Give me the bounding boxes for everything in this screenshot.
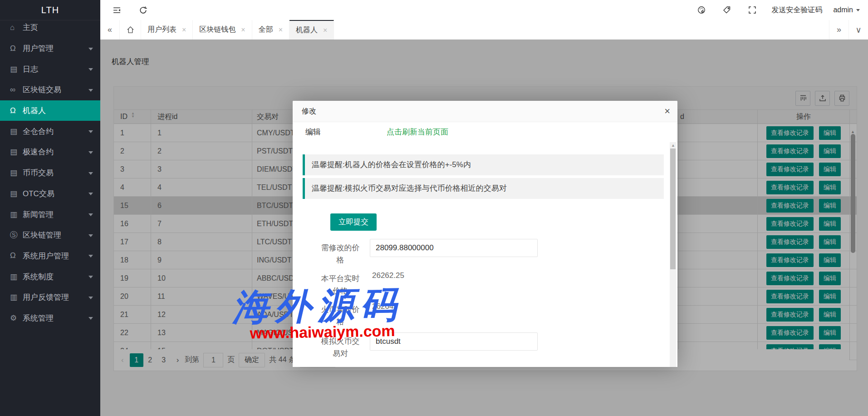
refresh-icon[interactable] bbox=[133, 0, 153, 20]
fullscreen-icon[interactable] bbox=[740, 0, 765, 20]
close-icon[interactable]: × bbox=[323, 26, 327, 35]
doc-icon: ▤ bbox=[10, 168, 23, 178]
chevron-down-icon bbox=[88, 276, 93, 278]
screen: LTH ⌂ 主页 Ω 用户管理 ▤ 日志 ∞ 区块链交易 bbox=[0, 0, 868, 416]
sidebar-item[interactable]: ⚙ 系统管理 bbox=[0, 308, 100, 329]
edit-modal: 修改 × 编辑 点击刷新当前页面 温馨提醒:机器人的价格会在设置价格的+-5%内… bbox=[293, 101, 677, 367]
sidebar-item[interactable]: ▥ 系统制度 bbox=[0, 266, 100, 287]
chevron-down-icon bbox=[88, 48, 93, 50]
user-icon: Ω bbox=[10, 106, 23, 115]
sidebar-item[interactable]: Ω 系统用户管理 bbox=[0, 246, 100, 267]
home-icon bbox=[127, 26, 134, 34]
close-icon[interactable]: × bbox=[182, 26, 186, 34]
link-icon: ∞ bbox=[10, 85, 23, 94]
sidebar-item-label: 系统用户管理 bbox=[23, 251, 69, 261]
user-icon: Ω bbox=[10, 251, 23, 260]
sidebar-item-label: 系统管理 bbox=[23, 313, 54, 323]
huobi-price-label: 火币实时价格 bbox=[318, 303, 363, 328]
sidebar-item-label: 主页 bbox=[23, 22, 38, 33]
tab[interactable]: 机器人 × bbox=[289, 20, 334, 40]
tab-home[interactable] bbox=[119, 20, 141, 40]
tab-label: 区块链钱包 bbox=[199, 25, 235, 35]
sidebar-item-label: 机器人 bbox=[23, 105, 46, 116]
sidebar-item-label: 日志 bbox=[23, 64, 38, 74]
doc-icon: ▤ bbox=[10, 189, 23, 198]
topbar-right: 发送安全验证码 admin bbox=[689, 0, 868, 20]
gear-icon: ⚙ bbox=[10, 313, 23, 323]
modal-scrollbar-thumb[interactable] bbox=[670, 149, 676, 269]
sidebar-item[interactable]: ▤ 币币交易 bbox=[0, 163, 100, 183]
platform-price-label: 本平台实时价格 bbox=[318, 272, 363, 297]
price-input[interactable] bbox=[370, 239, 538, 257]
theme-palette-icon[interactable] bbox=[689, 0, 714, 20]
tab[interactable]: 区块链钱包 × bbox=[193, 20, 252, 40]
collapse-menu-icon[interactable] bbox=[107, 0, 127, 20]
chevron-down-icon bbox=[88, 89, 93, 92]
sidebar-item[interactable]: ▤ 极速合约 bbox=[0, 142, 100, 163]
sidebar-item-label: 极速合约 bbox=[23, 147, 54, 157]
close-icon[interactable]: × bbox=[279, 26, 283, 34]
doc-icon: ▤ bbox=[10, 147, 23, 157]
chevron-down-icon bbox=[88, 213, 93, 216]
sidebar-item[interactable]: ▥ 用户反馈管理 bbox=[0, 287, 100, 308]
sidebar-item[interactable]: Ω 机器人 bbox=[0, 100, 100, 121]
news-icon: ▥ bbox=[10, 292, 23, 302]
sidebar-item-label: OTC交易 bbox=[23, 188, 54, 199]
tabs-dropdown-icon[interactable]: ∨ bbox=[848, 20, 868, 40]
submit-button[interactable]: 立即提交 bbox=[330, 213, 377, 231]
refresh-page-link[interactable]: 点击刷新当前页面 bbox=[387, 122, 448, 142]
tabbar: « 用户列表 × 区块链钱包 × 全部 × 机器人 × » ∨ bbox=[100, 20, 868, 40]
tab-label: 全部 bbox=[259, 25, 273, 35]
tab-label: 用户列表 bbox=[147, 25, 177, 35]
tip-alert-1: 温馨提醒:机器人的价格会在设置价格的+-5%内 bbox=[303, 154, 664, 175]
chevron-down-icon bbox=[88, 130, 93, 133]
tabs: 用户列表 × 区块链钱包 × 全部 × 机器人 × bbox=[141, 20, 334, 40]
chevron-down-icon bbox=[856, 9, 860, 11]
news-icon: ▥ bbox=[10, 210, 23, 219]
sidebar-item-label: 币币交易 bbox=[23, 168, 54, 178]
modal-title: 修改 bbox=[293, 101, 677, 122]
tabbar-end: » ∨ bbox=[829, 20, 868, 40]
sidebar-item-label: 用户反馈管理 bbox=[23, 292, 69, 302]
sidebar-item[interactable]: ▤ 全仓合约 bbox=[0, 121, 100, 142]
sidebar-item[interactable]: Ⓢ 区块链管理 bbox=[0, 225, 100, 246]
tab[interactable]: 用户列表 × bbox=[141, 20, 193, 40]
platform-price-value: 26262.25 bbox=[372, 271, 404, 280]
home-icon: ⌂ bbox=[10, 23, 23, 32]
tag-icon[interactable] bbox=[714, 0, 740, 20]
close-icon[interactable]: × bbox=[241, 26, 245, 34]
sidebar-item[interactable]: ▥ 新闻管理 bbox=[0, 204, 100, 225]
sim-pair-input[interactable] bbox=[370, 332, 538, 351]
user-menu[interactable]: admin bbox=[829, 6, 868, 14]
dollar-icon: Ⓢ bbox=[10, 230, 23, 240]
tab[interactable]: 全部 × bbox=[252, 20, 289, 40]
tabs-scroll-right-icon[interactable]: » bbox=[829, 20, 848, 40]
tab-label: 机器人 bbox=[296, 25, 318, 35]
chevron-down-icon bbox=[88, 151, 93, 154]
tabs-scroll-left-icon[interactable]: « bbox=[100, 20, 119, 40]
sidebar-item-label: 用户管理 bbox=[23, 43, 54, 54]
chevron-down-icon bbox=[88, 255, 93, 258]
close-icon[interactable]: × bbox=[664, 105, 670, 117]
sidebar-item[interactable]: Ω 用户管理 bbox=[0, 38, 100, 59]
sidebar-item[interactable]: ▤ OTC交易 bbox=[0, 183, 100, 204]
tip-alert-2: 温馨提醒:模拟火币交易对应选择与代币价格相近的交易对 bbox=[303, 178, 664, 199]
send-security-code-link[interactable]: 发送安全验证码 bbox=[765, 5, 829, 15]
chevron-down-icon bbox=[88, 68, 93, 71]
username: admin bbox=[833, 6, 853, 14]
chevron-down-icon bbox=[88, 234, 93, 237]
scroll-up-icon[interactable]: ▲ bbox=[671, 143, 675, 148]
edit-label: 编辑 bbox=[305, 122, 321, 142]
sidebar-item-label: 系统制度 bbox=[23, 272, 54, 282]
sidebar-item[interactable]: ▤ 日志 bbox=[0, 59, 100, 79]
sidebar-item[interactable]: ⌂ 主页 bbox=[0, 17, 100, 38]
chevron-down-icon bbox=[88, 172, 93, 175]
sidebar-item-label: 新闻管理 bbox=[23, 209, 54, 220]
doc-icon: ▤ bbox=[10, 64, 23, 74]
sidebar-item[interactable]: ∞ 区块链交易 bbox=[0, 79, 100, 100]
chevron-down-icon bbox=[88, 297, 93, 299]
price-field-label: 需修改的价格 bbox=[318, 242, 363, 266]
chevron-down-icon bbox=[88, 317, 93, 320]
sidebar-item-label: 区块链交易 bbox=[23, 84, 61, 95]
sidebar-item-label: 区块链管理 bbox=[23, 230, 61, 240]
